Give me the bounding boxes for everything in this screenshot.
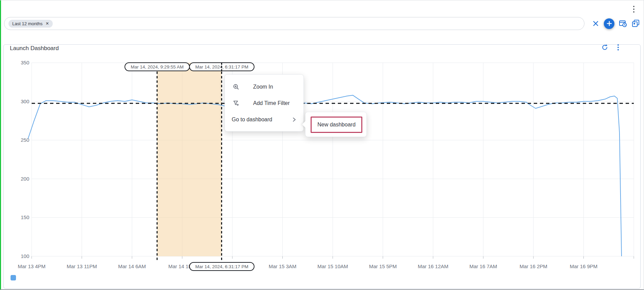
x-tick-label: Mar 16 9PM xyxy=(570,263,598,269)
zoom-in-icon xyxy=(233,84,239,90)
menu-item-label: Go to dashboard xyxy=(232,117,272,123)
go-to-dashboard-submenu: New dashboard xyxy=(305,112,367,137)
y-tick-label: 300 xyxy=(21,98,29,104)
y-tick-label: 200 xyxy=(21,176,29,182)
menu-item-label: Add Time Filter xyxy=(253,100,290,106)
x-tick-label: Mar 13 11PM xyxy=(67,263,97,269)
x-tick-label: Mar 15 10AM xyxy=(317,263,348,269)
x-tick-label: Mar 16 7AM xyxy=(469,263,497,269)
x-tick-label: Mar 14 6AM xyxy=(118,263,146,269)
x-tick-label: Mar 16 2PM xyxy=(519,263,547,269)
y-tick-label: 150 xyxy=(21,214,29,220)
left-edge-highlight xyxy=(0,0,1,290)
screen: Last 12 months ✕ Launch Da xyxy=(0,0,644,290)
x-tick-label: Mar 15 3AM xyxy=(269,263,297,269)
filter-add-icon xyxy=(233,100,239,106)
selection-start-pill: Mar 14, 2024, 9:29:55 AM xyxy=(125,62,190,71)
chart-context-menu: Zoom In Add Time Filter Go to dashboard xyxy=(225,74,304,132)
y-tick-label: 350 xyxy=(21,60,29,65)
menu-item-add-time-filter[interactable]: Add Time Filter xyxy=(225,95,303,111)
menu-item-zoom-in[interactable]: Zoom In xyxy=(225,79,303,95)
chevron-right-icon xyxy=(292,117,297,122)
x-tick-label: Mar 16 12AM xyxy=(418,263,448,269)
panel-kebab-menu-icon[interactable] xyxy=(617,44,619,51)
panel-title: Launch Dashboard xyxy=(10,45,59,52)
x-tick-label: Mar 13 4PM xyxy=(18,263,46,269)
refresh-icon[interactable] xyxy=(601,44,608,51)
menu-item-go-to-dashboard[interactable]: Go to dashboard xyxy=(225,111,303,128)
menu-item-label: Zoom In xyxy=(253,84,273,90)
legend-swatch[interactable] xyxy=(11,275,16,280)
brush-selection-region[interactable] xyxy=(157,63,222,256)
submenu-item-new-dashboard[interactable]: New dashboard xyxy=(311,117,362,133)
selection-end-pill-bottom: Mar 14, 2024, 6:31:17 PM xyxy=(189,262,254,271)
selection-dash-overlay xyxy=(221,63,222,71)
y-tick-label: 100 xyxy=(21,253,29,259)
x-tick-label: Mar 15 5PM xyxy=(369,263,397,269)
